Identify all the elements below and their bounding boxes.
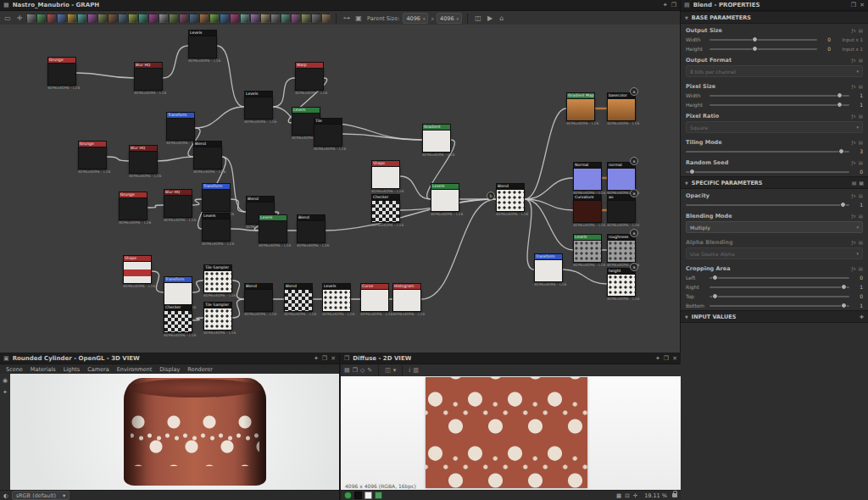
options-icon[interactable]: ▤ (859, 266, 863, 271)
palette-node-icon[interactable] (220, 14, 229, 23)
palette-node-icon[interactable] (67, 14, 76, 23)
palette-node-icon[interactable] (148, 14, 158, 23)
slider-handle[interactable] (837, 102, 843, 108)
palette-node-icon[interactable] (240, 14, 249, 23)
copy-image-icon[interactable]: ❒ (353, 367, 358, 374)
menu-item-lights[interactable]: Lights (60, 366, 84, 373)
pin-icon[interactable]: ✦ (655, 355, 660, 362)
graph-node[interactable]: Blur HQ4096x4096 - L16 (164, 189, 192, 223)
slider-track[interactable] (709, 104, 849, 106)
colorspace-dropdown[interactable]: sRGB (default) ▾ (12, 491, 70, 500)
tiling-preview-icon[interactable]: ◇ (360, 367, 364, 374)
slider-value[interactable]: 1 (853, 303, 863, 308)
palette-node-icon[interactable] (97, 14, 107, 23)
view2d-viewport[interactable]: 4096 x 4096 (RGBA, 16bpc) (341, 376, 681, 490)
slider-handle[interactable] (689, 169, 695, 175)
graph-node[interactable]: Transform4096x4096 - L16 (202, 183, 231, 217)
section-action-icon[interactable]: ✚ (860, 314, 864, 319)
graph-node[interactable]: Levels4096x4096 - L16 (202, 213, 231, 247)
graph-node[interactable]: Warp4096x4096 - L16 (295, 62, 324, 96)
slider-handle[interactable] (752, 36, 758, 42)
graph-canvas[interactable]: Levels4096x4096 - L16Grunge4096x4096 - L… (0, 25, 680, 353)
slider-track[interactable] (709, 48, 817, 50)
slider-handle[interactable] (840, 202, 846, 208)
palette-node-icon[interactable] (77, 14, 86, 23)
function-icon[interactable]: ƒx (852, 58, 856, 63)
graph-node[interactable]: Blend4096x4096 - L16b (496, 183, 525, 217)
slider-value[interactable]: 0 (853, 169, 863, 175)
lock-icon[interactable] (672, 493, 677, 497)
options-icon[interactable]: ▤ (859, 160, 863, 165)
slider-handle[interactable] (841, 303, 847, 308)
palette-node-icon[interactable] (128, 14, 137, 23)
light-icon[interactable]: ✦ (3, 389, 8, 396)
palette-node-icon[interactable] (199, 14, 209, 23)
options-icon[interactable]: ▤ (859, 114, 863, 119)
pan-tool-icon[interactable]: ✛ (14, 14, 25, 24)
background-icon[interactable]: ◫ (385, 367, 391, 374)
graph-node[interactable]: height4096x4096 - L16a (607, 268, 636, 302)
palette-node-icon[interactable] (230, 14, 239, 23)
palette-node-icon[interactable] (209, 14, 219, 23)
pen-icon[interactable]: ✎ (367, 367, 372, 374)
section-action-icon[interactable]: ▦ (859, 180, 864, 186)
graph-node[interactable]: Blend4096x4096 - L16 (244, 283, 273, 317)
graph-node[interactable]: Tile4096x4096 - L16 (314, 118, 342, 152)
palette-node-icon[interactable] (26, 14, 36, 23)
grid-icon[interactable]: ▦ (616, 492, 621, 499)
graph-node[interactable]: Transform4096x4096 - L16 (166, 112, 195, 146)
graph-node[interactable]: Blend4096x4096 - L16 (297, 214, 326, 248)
channel-toggle[interactable] (344, 492, 352, 499)
slider-value[interactable]: 0 (853, 293, 863, 299)
pin-icon[interactable]: ✦ (314, 355, 319, 362)
section-header[interactable]: ▼BASE PARAMETERS (681, 11, 868, 24)
palette-node-icon[interactable] (159, 14, 168, 23)
parent-height-dropdown[interactable]: 4096 ▾ (437, 13, 462, 24)
palette-node-icon[interactable] (281, 14, 290, 23)
slider-track[interactable] (709, 39, 817, 41)
palette-node-icon[interactable] (47, 14, 56, 23)
close-icon[interactable]: ✕ (331, 355, 336, 362)
graph-node[interactable]: Grunge4096x4096 - L16 (47, 57, 76, 91)
fit-view-icon[interactable]: ⊡ (625, 492, 629, 499)
menu-item-scene[interactable]: Scene (3, 366, 26, 373)
graph-node[interactable]: Tile Sampler4096x4096 - L16 (203, 302, 232, 336)
section-header[interactable]: ▼INPUT VALUES✚ (681, 310, 868, 323)
menu-item-camera[interactable]: Camera (84, 366, 113, 373)
slider-value[interactable]: 0 (853, 275, 863, 281)
slider-value[interactable]: 3 (853, 148, 863, 154)
view3d-viewport[interactable]: ◉ ✦ (0, 374, 339, 490)
graph-node[interactable]: Levels4096x4096 - L16 (322, 283, 351, 317)
slider-value[interactable]: 1 (853, 284, 863, 290)
slider-value[interactable]: 1 (853, 102, 863, 108)
channel-toggle[interactable] (364, 492, 372, 499)
graph-node[interactable]: Normal4096x4096 - L16 (573, 162, 602, 196)
palette-node-icon[interactable] (321, 14, 331, 23)
slider-handle[interactable] (712, 275, 718, 281)
histogram-icon[interactable]: ▥ (413, 367, 419, 374)
options-icon[interactable]: ▤ (859, 214, 863, 219)
function-icon[interactable]: ƒx (852, 28, 856, 33)
graph-node[interactable]: Grunge4096x4096 - L16 (78, 141, 107, 175)
graph-node[interactable]: Gradient Map4096x4096 - L16 (566, 92, 595, 126)
function-icon[interactable]: ƒx (852, 84, 856, 89)
graph-node[interactable]: Transform4096x4096 - L16 (534, 253, 563, 287)
graph-node[interactable]: Blend4096x4096 - L16 (193, 141, 222, 175)
slider-track[interactable] (709, 277, 849, 279)
home-view-icon[interactable]: ⌂ (497, 14, 507, 24)
select-tool-icon[interactable]: ▭ (3, 14, 13, 24)
slider-value[interactable]: 0 (821, 46, 831, 52)
function-icon[interactable]: ƒx (852, 140, 856, 145)
graph-node[interactable]: Curvature4096x4096 - L16 (573, 194, 602, 228)
section-action-icon[interactable]: ▤ (852, 180, 857, 186)
slider-track[interactable] (709, 286, 849, 288)
palette-node-icon[interactable] (57, 14, 66, 23)
slider-track[interactable] (686, 204, 849, 206)
slider-track[interactable] (709, 95, 849, 97)
palette-node-icon[interactable] (270, 14, 280, 23)
slider-track[interactable] (709, 305, 849, 307)
graph-node[interactable]: Levels4096x4096 - L16 (244, 91, 273, 125)
slider-value[interactable]: 0 (821, 36, 831, 42)
center-view-icon[interactable]: ✛ (633, 492, 637, 499)
function-icon[interactable]: ƒx (852, 214, 856, 219)
